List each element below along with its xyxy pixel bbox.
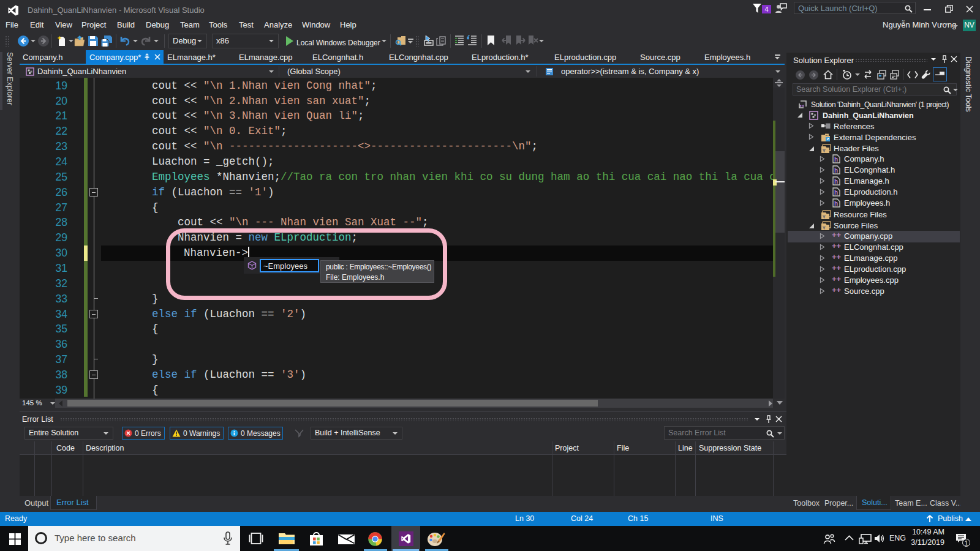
svg-text:h: h (834, 178, 838, 185)
svg-text:h: h (834, 189, 838, 196)
svg-text:h: h (834, 156, 838, 163)
svg-text:h: h (834, 167, 838, 174)
svg-text:h: h (834, 200, 838, 207)
